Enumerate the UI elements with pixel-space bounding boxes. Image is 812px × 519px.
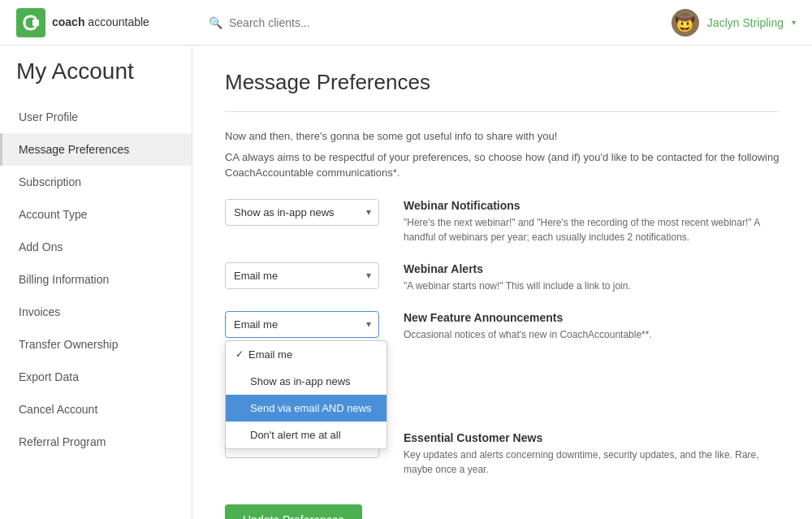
pref-row-webinar-notifications: Email me Show as in-app news Send via em… [225, 199, 780, 244]
logo-area: coach accountable [16, 8, 209, 37]
pref-desc-essential-news: Key updates and alerts concerning downti… [404, 448, 780, 477]
pref-row-webinar-alerts: Email me Show as in-app news Send via em… [225, 262, 780, 293]
pref-desc-new-feature: Occasional notices of what's new in Coac… [404, 327, 780, 342]
logo-icon [16, 8, 45, 37]
pref-label-new-feature: New Feature Announcements [404, 311, 780, 324]
sidebar-item-subscription[interactable]: Subscription [0, 166, 192, 198]
main-content: Message Preferences Now and then, there'… [192, 45, 812, 519]
pref-left-webinar-notifications: Email me Show as in-app news Send via em… [225, 199, 387, 226]
pref-desc-webinar-notifications: "Here's the next webinar!" and "Here's t… [404, 215, 780, 244]
sidebar-item-transfer-ownership[interactable]: Transfer Ownership [0, 328, 192, 361]
pref-label-webinar-notifications: Webinar Notifications [404, 199, 780, 212]
intro-text-1: Now and then, there's gonna be some got … [225, 128, 780, 145]
select-wrapper-new-feature: Email me Show as in-app news Send via em… [225, 311, 379, 338]
logo-text: coach accountable [52, 15, 149, 28]
svg-rect-0 [16, 8, 45, 37]
search-input[interactable] [229, 16, 391, 29]
pref-left-webinar-alerts: Email me Show as in-app news Send via em… [225, 262, 387, 289]
sidebar-item-cancel-account[interactable]: Cancel Account [0, 393, 192, 426]
select-wrapper-webinar-alerts: Email me Show as in-app news Send via em… [225, 262, 379, 289]
pref-right-new-feature: New Feature Announcements Occasional not… [404, 311, 780, 342]
dropdown-item-send-via-email-news[interactable]: Send via email AND news [226, 395, 387, 422]
select-wrapper-webinar-notifications: Email me Show as in-app news Send via em… [225, 199, 379, 226]
select-webinar-alerts[interactable]: Email me Show as in-app news Send via em… [225, 262, 379, 289]
select-webinar-notifications[interactable]: Email me Show as in-app news Send via em… [225, 199, 379, 226]
user-name: Jaclyn Stripling [707, 16, 784, 29]
update-preferences-button[interactable]: Update Preferences [225, 504, 362, 520]
avatar: 🤠 [672, 9, 699, 37]
sidebar-item-export-data[interactable]: Export Data [0, 361, 192, 393]
svg-rect-1 [32, 19, 39, 26]
sidebar-item-account-type[interactable]: Account Type [0, 198, 192, 231]
chevron-down-icon: ▾ [792, 18, 796, 27]
sidebar-title: My Account [0, 58, 192, 101]
dropdown-overlay-new-feature: Email me Show as in-app news Send via em… [225, 340, 387, 449]
sidebar-item-invoices[interactable]: Invoices [0, 296, 192, 328]
pref-right-webinar-alerts: Webinar Alerts "A webinar starts now!" T… [404, 262, 780, 293]
dropdown-item-show-in-app[interactable]: Show as in-app news [226, 368, 387, 395]
sidebar-item-billing-information[interactable]: Billing Information [0, 263, 192, 296]
sidebar-item-user-profile[interactable]: User Profile [0, 101, 192, 133]
dropdown-item-dont-alert[interactable]: Don't alert me at all [226, 422, 387, 448]
top-nav: coach accountable 🔍 🤠 Jaclyn Stripling ▾ [0, 0, 812, 45]
sidebar-item-add-ons[interactable]: Add Ons [0, 231, 192, 263]
sidebar-item-referral-program[interactable]: Referral Program [0, 426, 192, 458]
pref-label-essential-news: Essential Customer News [404, 431, 780, 444]
search-area: 🔍 [209, 16, 672, 29]
select-new-feature[interactable]: Email me Show as in-app news Send via em… [225, 311, 379, 338]
pref-label-webinar-alerts: Webinar Alerts [404, 262, 780, 275]
sidebar: My Account User Profile Message Preferen… [0, 45, 192, 519]
search-icon: 🔍 [209, 16, 222, 29]
page-title: Message Preferences [225, 70, 780, 95]
dropdown-item-email-me[interactable]: Email me [226, 341, 387, 368]
pref-right-webinar-notifications: Webinar Notifications "Here's the next w… [404, 199, 780, 244]
main-layout: My Account User Profile Message Preferen… [0, 45, 812, 519]
user-menu[interactable]: 🤠 Jaclyn Stripling ▾ [672, 9, 796, 37]
pref-left-new-feature: Email me Show as in-app news Send via em… [225, 311, 387, 338]
section-divider [225, 111, 780, 112]
pref-desc-webinar-alerts: "A webinar starts now!" This will includ… [404, 279, 780, 293]
intro-text-2: CA always aims to be respectful of your … [225, 149, 780, 181]
pref-right-essential-news: Essential Customer News Key updates and … [404, 431, 780, 477]
sidebar-item-message-preferences[interactable]: Message Preferences [0, 133, 192, 166]
pref-row-new-feature: Email me Show as in-app news Send via em… [225, 311, 780, 342]
